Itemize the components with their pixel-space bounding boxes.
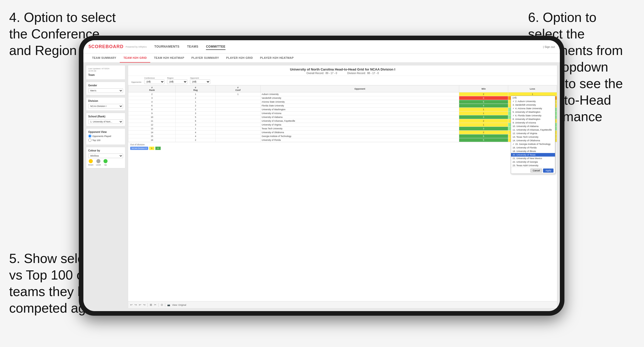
dropdown-item[interactable]: 16. University of Florida [511, 146, 555, 149]
table-row: 16 2 University of Florida 5 1 [128, 138, 557, 142]
cell-conf [215, 108, 260, 112]
toolbar: ↩ ↪ ↩ ↪ ⊞ ✂ ⊙ 📷 View: Original [128, 301, 557, 308]
table-row: 15 4 Georgia Institute of Technology 5 1 [128, 134, 557, 138]
nav-tournaments[interactable]: TOURNAMENTS [154, 44, 179, 50]
cut-icon[interactable]: ✂ [154, 303, 156, 307]
cell-rank: 14 [128, 131, 176, 134]
out-div-loss: 0 [155, 147, 160, 150]
dropdown-item[interactable]: 21. University of New Mexico [511, 157, 555, 160]
cell-rank: 10 [128, 115, 176, 119]
dropdown-item[interactable]: 10. University of Alabama [511, 124, 555, 128]
dropdown-item[interactable]: (All) [511, 96, 555, 100]
legend-level-circle [96, 159, 100, 163]
dropdown-item[interactable]: 14. University of Oklahoma [511, 139, 555, 142]
cell-rag: 2 [176, 96, 215, 100]
undo-icon[interactable]: ↩ [130, 303, 132, 307]
sub-nav: TEAM SUMMARY TEAM H2H GRID TEAM H2H HEAT… [83, 53, 560, 63]
dropdown-item[interactable]: 8. University of Washington [511, 117, 555, 121]
tablet: 5COREBOARD Powered by Athlytics TOURNAME… [79, 36, 564, 316]
cell-rag: 1 [176, 92, 215, 96]
nav-teams[interactable]: TEAMS [187, 44, 199, 50]
nav-committee[interactable]: COMMITTEE [206, 44, 226, 50]
cell-rank: 12 [128, 123, 176, 127]
sign-out-link[interactable]: | Sign out [543, 45, 555, 48]
cell-conf: 1 [215, 92, 260, 96]
dropdown-item[interactable]: 20. University of Texas [511, 153, 555, 157]
out-div-badge: NCAA Division II [130, 147, 148, 150]
conference-filter: Conference (All) [144, 77, 164, 84]
cell-rank: 8 [128, 108, 176, 112]
out-div-win: 1 [149, 147, 154, 150]
cell-rag: 4 [176, 134, 215, 138]
cell-win: 5 [459, 138, 508, 142]
app-header: 5COREBOARD Powered by Athlytics TOURNAME… [83, 40, 560, 53]
dropdown-item[interactable]: 9. University of Arizona [511, 121, 555, 124]
radio-top100[interactable]: Top 100 [88, 138, 123, 142]
cell-opponent: Georgia Institute of Technology [261, 134, 459, 138]
undo2-icon[interactable]: ↩ [139, 303, 141, 307]
out-div-label: Out of division [130, 143, 555, 146]
tablet-screen: 5COREBOARD Powered by Athlytics TOURNAME… [83, 40, 560, 311]
opponent-select[interactable]: (All) [190, 79, 210, 84]
school-select[interactable]: 1. University of Nort... [88, 119, 123, 124]
cancel-button[interactable]: Cancel [530, 169, 542, 173]
out-div-row: NCAA Division II 1 0 [130, 147, 555, 150]
cell-conf [215, 119, 260, 123]
gender-select[interactable]: Men's [88, 88, 123, 93]
gender-section: Gender Men's [86, 82, 125, 95]
dropdown-item[interactable]: 23. Texas A&M University [511, 164, 555, 167]
dropdown-item[interactable]: ✓ 2. Auburn University [511, 100, 555, 103]
tab-team-summary[interactable]: TEAM SUMMARY [88, 53, 120, 63]
dropdown-item[interactable]: ✓ 6. Florida State University [511, 114, 555, 117]
table-row: 6 2 Florida State University 4 2 [128, 104, 557, 108]
radio-opponents-played[interactable]: Opponents Played [88, 134, 123, 138]
cell-opponent: University of Virginia [261, 123, 459, 127]
dropdown-item[interactable]: 5. University of Washington [511, 110, 555, 114]
cell-conf [215, 112, 260, 115]
division-select[interactable]: NCAA Division I [88, 104, 123, 108]
grid-icon[interactable]: ⊞ [150, 303, 152, 307]
tab-player-summary[interactable]: PLAYER SUMMARY [188, 53, 223, 63]
conference-select[interactable]: (All) [144, 79, 164, 84]
cell-rag: 4 [176, 131, 215, 134]
colour-section: Colour by Win/loss Down Level [86, 147, 125, 168]
opponent-dropdown-panel[interactable]: (All)✓ 2. Auburn University3. Vanderbilt… [511, 96, 555, 174]
colour-select[interactable]: Win/loss [88, 154, 123, 158]
grid-title: University of North Carolina Head-to-Hea… [131, 67, 554, 71]
cell-rag: 6 [176, 119, 215, 123]
dropdown-item[interactable]: 12. University of Virginia [511, 132, 555, 135]
tab-team-h2h-heatmap[interactable]: TEAM H2H HEATMAP [150, 53, 188, 63]
data-table: #Rank #Rag #Conf Opponent Win Loss 2 [128, 85, 557, 301]
tab-player-h2h-grid[interactable]: PLAYER H2H GRID [222, 53, 256, 63]
dropdown-item[interactable]: ✓ 15. Georgia Institute of Technology [511, 142, 555, 146]
dropdown-item[interactable]: 3. Vanderbilt University [511, 103, 555, 107]
table-row: 12 3 University of Virginia 1 0 [128, 123, 557, 127]
cell-win: 3 [459, 115, 508, 119]
apply-button[interactable]: Apply [543, 169, 553, 173]
redo2-icon[interactable]: ↪ [143, 303, 145, 307]
grid-wrapper: University of North Carolina Head-to-Hea… [128, 65, 557, 309]
cell-opponent: Auburn University [261, 92, 459, 96]
legend: Down Level Up [88, 159, 123, 166]
tab-player-h2h-heatmap[interactable]: PLAYER H2H HEATMAP [257, 53, 297, 63]
grid-area: University of North Carolina Head-to-Hea… [128, 65, 557, 309]
cell-opponent: Florida State University [261, 104, 459, 108]
clock-icon[interactable]: ⊙ [161, 303, 163, 307]
dropdown-item[interactable]: 22. University of Georgia [511, 160, 555, 164]
table-row: 3 2 Vanderbilt University 0 4 [128, 96, 557, 100]
legend-down: Down [88, 159, 93, 166]
table-row: 2 1 1 Auburn University 2 1 [128, 92, 557, 96]
dropdown-item[interactable]: 13. Texas Tech University [511, 135, 555, 139]
tab-team-h2h-grid[interactable]: TEAM H2H GRID [120, 53, 150, 63]
table-row: 9 3 University of Arizona 1 0 [128, 112, 557, 115]
cell-rag: 3 [176, 123, 215, 127]
dropdown-item[interactable]: ✓ 4. Arizona State University [511, 107, 555, 110]
dropdown-item[interactable]: 11. University of Arkansas, Fayetteville [511, 128, 555, 132]
cell-rank: 6 [128, 104, 176, 108]
opponent-view-label: Opponent View [88, 131, 123, 133]
dropdown-item[interactable]: 18. University of Illinois [511, 149, 555, 153]
cell-win: 2 [459, 131, 508, 134]
redo-icon[interactable]: ↪ [134, 303, 137, 307]
logo-subtitle: Powered by Athlytics [126, 46, 147, 48]
region-select[interactable]: (All) [167, 79, 187, 84]
